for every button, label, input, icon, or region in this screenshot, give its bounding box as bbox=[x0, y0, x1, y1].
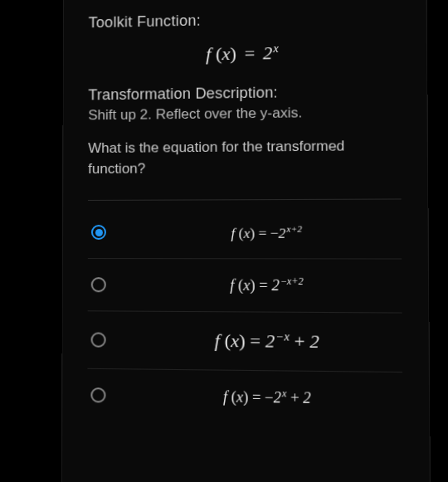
question-prompt: What is the equation for the transformed… bbox=[88, 136, 401, 180]
question-card: Toolkit Function: f (x) = 2x Transformat… bbox=[61, 0, 431, 482]
toolkit-formula: f (x) = 2x bbox=[89, 39, 401, 67]
option-row-opt-d[interactable]: f (x) = −2x + 2 bbox=[87, 368, 402, 426]
option-row-opt-a[interactable]: f (x) = −2x+2 bbox=[88, 206, 402, 259]
toolkit-heading: Toolkit Function: bbox=[89, 8, 401, 32]
divider bbox=[88, 198, 402, 201]
transformation-heading: Transformation Description: bbox=[88, 83, 400, 105]
options-list: f (x) = −2x+2f (x) = 2−x+2f (x) = 2−x + … bbox=[87, 206, 402, 426]
option-row-opt-c[interactable]: f (x) = 2−x + 2 bbox=[87, 312, 402, 372]
radio-button[interactable] bbox=[90, 387, 105, 402]
radio-button[interactable] bbox=[91, 277, 106, 292]
option-formula: f (x) = 2−x+2 bbox=[138, 276, 398, 296]
radio-button[interactable] bbox=[91, 332, 106, 347]
option-formula: f (x) = 2−x + 2 bbox=[138, 329, 399, 354]
option-row-opt-b[interactable]: f (x) = 2−x+2 bbox=[88, 259, 402, 314]
option-formula: f (x) = −2x+2 bbox=[138, 223, 398, 241]
transformation-description: Shift up 2. Reflect over the y-axis. bbox=[88, 104, 401, 124]
option-formula: f (x) = −2x + 2 bbox=[138, 386, 399, 408]
radio-button[interactable] bbox=[91, 225, 106, 240]
